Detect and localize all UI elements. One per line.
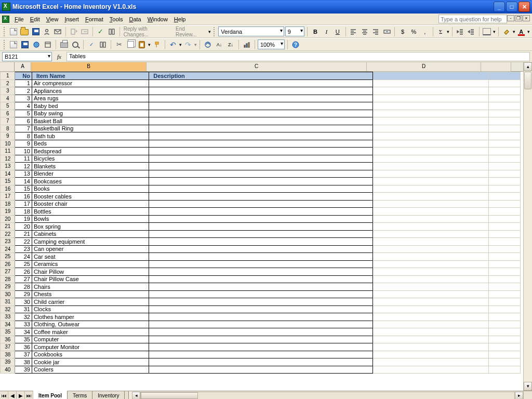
row-header[interactable]: 28 [1, 275, 15, 283]
tab-inventory[interactable]: Inventory [92, 391, 125, 399]
cell[interactable] [489, 140, 521, 148]
cell-desc[interactable] [149, 336, 373, 343]
help-search-input[interactable] [438, 15, 507, 23]
cell[interactable] [373, 298, 488, 306]
align-right-button[interactable] [370, 26, 380, 37]
web-button[interactable] [31, 39, 42, 50]
cell-no[interactable]: 13 [15, 170, 32, 178]
cell-item[interactable]: Computer [32, 336, 149, 343]
autosum-button[interactable]: Σ [436, 26, 446, 37]
cell-desc[interactable] [149, 125, 373, 132]
cell-no[interactable]: 6 [15, 117, 32, 125]
row-header[interactable]: 22 [1, 230, 15, 238]
cell[interactable] [489, 79, 521, 87]
row-header[interactable]: 5 [1, 102, 15, 110]
cell-no[interactable]: 32 [15, 313, 32, 321]
cell[interactable] [373, 72, 488, 80]
cell-item[interactable]: Bedspread [32, 148, 149, 155]
increase-indent-button[interactable] [466, 26, 476, 37]
cell-desc[interactable] [149, 268, 373, 276]
cell-no[interactable]: 16 [15, 193, 32, 201]
cell[interactable] [489, 95, 521, 102]
cell[interactable] [489, 305, 521, 313]
cell-desc[interactable] [149, 283, 373, 291]
cell[interactable] [373, 238, 488, 246]
cell[interactable] [489, 72, 521, 80]
cell[interactable] [489, 298, 521, 306]
cell-desc[interactable] [149, 305, 373, 313]
cell[interactable] [373, 275, 488, 283]
cell[interactable] [373, 79, 488, 87]
cell[interactable] [489, 163, 521, 170]
cell-desc[interactable] [149, 223, 373, 231]
cell-desc[interactable] [149, 238, 373, 246]
cell[interactable] [373, 290, 488, 298]
cell[interactable] [373, 230, 488, 238]
cell-item[interactable]: Clothing, Outwear [32, 321, 149, 328]
cell-item[interactable]: Coffee maker [32, 328, 149, 336]
align-left-button[interactable] [349, 26, 358, 37]
cell-item[interactable]: Can opener [32, 245, 149, 253]
cell-desc[interactable] [149, 193, 373, 201]
decrease-indent-button[interactable] [455, 26, 465, 37]
row-header[interactable]: 37 [1, 343, 15, 351]
row-header[interactable]: 30 [1, 290, 15, 298]
cell[interactable] [489, 313, 521, 321]
cell-item[interactable]: Bottles [32, 208, 149, 216]
menu-window[interactable]: Window [144, 15, 171, 23]
cell[interactable] [373, 336, 488, 343]
cell[interactable] [489, 290, 521, 298]
percent-button[interactable]: % [409, 26, 419, 37]
menu-help[interactable]: Help [171, 15, 189, 23]
cell[interactable] [373, 155, 488, 163]
cell-no[interactable]: 11 [15, 155, 32, 163]
cell[interactable] [373, 358, 488, 366]
cell-desc[interactable] [149, 366, 373, 374]
cell[interactable] [373, 268, 488, 276]
cell-desc[interactable] [149, 298, 373, 306]
cell-item[interactable]: Child carrier [32, 298, 149, 306]
row-header[interactable]: 4 [1, 95, 15, 102]
cell-no[interactable]: 38 [15, 358, 32, 366]
open-button[interactable] [19, 26, 29, 37]
cell[interactable] [373, 245, 488, 253]
print-button[interactable] [59, 39, 69, 50]
cell-item[interactable]: Books [32, 185, 149, 193]
cell-item[interactable]: Basketball Ring [32, 125, 149, 132]
paste-button[interactable] [137, 39, 147, 50]
cell[interactable] [373, 102, 488, 110]
cell-desc[interactable] [149, 230, 373, 238]
cell-desc[interactable] [149, 140, 373, 148]
cell[interactable] [489, 170, 521, 178]
cell[interactable] [489, 343, 521, 351]
cell-desc[interactable] [149, 321, 373, 328]
col-header-B[interactable]: B [31, 62, 147, 72]
tab-last-button[interactable]: ⏭ [25, 391, 33, 399]
cell[interactable] [373, 305, 488, 313]
cell-no[interactable]: 2 [15, 87, 32, 95]
cell[interactable] [489, 275, 521, 283]
row-header[interactable]: 20 [1, 215, 15, 223]
cell-item[interactable]: Booster cables [32, 193, 149, 201]
tab-terms[interactable]: Terms [68, 391, 92, 399]
fill-color-button[interactable] [501, 26, 511, 37]
row-header[interactable]: 14 [1, 170, 15, 178]
toolbar-grip-2[interactable] [214, 27, 216, 36]
font-size-selector[interactable]: 9 [285, 26, 305, 36]
row-header[interactable]: 11 [1, 148, 15, 155]
spelling-button[interactable]: ✓ [86, 39, 97, 50]
borders-dropdown-icon[interactable]: ▾ [493, 29, 496, 34]
doc-minimize-button[interactable]: - [507, 15, 514, 21]
cell-item[interactable]: Computer Monitor [32, 343, 149, 351]
review-dropdown-icon[interactable]: ▾ [208, 29, 211, 34]
menu-file[interactable]: File [11, 15, 27, 23]
row-header[interactable]: 39 [1, 358, 15, 366]
cell-no[interactable]: 39 [15, 366, 32, 374]
redo-dropdown-icon[interactable]: ▾ [194, 42, 197, 47]
cell[interactable] [373, 366, 488, 374]
row-header[interactable]: 34 [1, 321, 15, 328]
cell[interactable] [489, 230, 521, 238]
reviewing-toolbar-icon[interactable] [69, 26, 78, 37]
row-header[interactable]: 19 [1, 208, 15, 216]
cell-no[interactable]: 34 [15, 328, 32, 336]
